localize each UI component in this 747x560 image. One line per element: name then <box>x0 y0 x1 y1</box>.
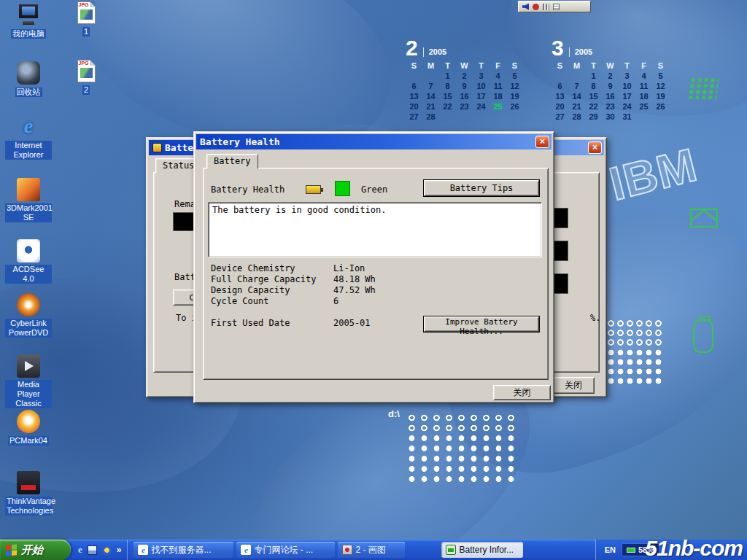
calendar-cell: 9 <box>456 81 473 91</box>
calendar-cell: 17 <box>473 91 489 101</box>
calendar-cell <box>568 71 585 81</box>
jpg-file-icon: JPG <box>77 60 96 82</box>
ie-icon: e <box>138 545 148 555</box>
calendar-cell: 31 <box>619 112 635 122</box>
3dmark-icon <box>17 178 40 201</box>
quick-launch-bar: e » <box>71 540 128 560</box>
taskbar-button-server-not-found[interactable]: e 找不到服务器... <box>133 542 233 558</box>
calendar-cell: 24 <box>619 101 635 112</box>
first-used-value: 2005-01 <box>333 318 371 328</box>
desktop-icon-3dmark2001[interactable]: 3DMark2001 SE <box>4 178 53 223</box>
calendar-cell: 26 <box>652 101 669 112</box>
calendar-cell: 28 <box>568 112 585 122</box>
keyboard-light-icon[interactable] <box>543 4 549 10</box>
desktop-icon-label: ACDSee 4.0 <box>5 265 52 284</box>
notes-icon[interactable] <box>553 4 560 10</box>
image-thumbnail <box>80 9 93 20</box>
internet-explorer-icon: e <box>17 115 40 139</box>
display-icon[interactable] <box>533 4 539 10</box>
calendar-cell: 21 <box>422 101 439 112</box>
battery-tips-button[interactable]: Battery Tips <box>424 180 539 196</box>
language-indicator[interactable]: EN <box>605 545 616 554</box>
media-player-classic-icon <box>17 354 40 378</box>
start-button[interactable]: 开始 <box>0 540 71 560</box>
calendar-cell: 14 <box>568 91 585 101</box>
calendar-cell: 19 <box>506 91 523 101</box>
calendar-cell: 3 <box>619 71 635 81</box>
desktop-icon-acdsee[interactable]: ACDSee 4.0 <box>4 239 53 284</box>
quick-launch-ie-icon[interactable]: e <box>78 544 82 556</box>
desktop-file-jpg-2[interactable]: JPG 2 <box>69 60 104 96</box>
health-status-color-swatch <box>335 181 350 196</box>
improve-battery-health-button[interactable]: Improve Battery Health... <box>424 316 539 332</box>
calendar-cell <box>456 112 473 122</box>
calendar-month-number: 2 <box>406 38 418 58</box>
desktop-icon-label: PCMark04 <box>8 436 49 446</box>
desktop-icon-media-player-classic[interactable]: Media Player Classic <box>4 354 53 409</box>
calendar-cell: 16 <box>456 91 473 101</box>
calendar-cell <box>489 112 506 122</box>
calendar-cell: 2 <box>602 71 619 81</box>
quick-launch-expand-chevron[interactable]: » <box>117 545 122 555</box>
desktop-icon-label: 3DMark2001 SE <box>5 203 52 222</box>
battery-tab-panel: Battery Health Green Battery Tips The ba… <box>203 168 549 380</box>
desktop-icon-recycle-bin[interactable]: 回收站 <box>4 61 53 98</box>
calendar-cell <box>506 112 523 122</box>
calendar-cell: 16 <box>602 91 619 101</box>
tab-battery[interactable]: Battery <box>206 154 258 169</box>
calendar-cell: 12 <box>652 81 669 91</box>
media-player-icon[interactable] <box>102 545 112 555</box>
desktop-icon-powerdvd[interactable]: CyberLink PowerDVD <box>4 293 53 338</box>
calendar-cell: 26 <box>506 101 523 112</box>
calendar-march: 3 2005 SMTWTFS12345678910111213141516171… <box>551 38 669 122</box>
desktop-icon-thinkvantage[interactable]: ThinkVantage Technologies <box>4 471 53 516</box>
desktop-file-jpg-1[interactable]: JPG 1 <box>69 1 104 37</box>
show-desktop-icon[interactable] <box>88 545 97 555</box>
desktop-icon-pcmark04[interactable]: PCMark04 <box>4 410 53 446</box>
calendar-cell: 20 <box>406 101 422 112</box>
desktop-icon-internet-explorer[interactable]: e Internet Explorer <box>4 115 53 160</box>
calendar-cell: 3 <box>473 71 489 81</box>
desktop-icon-my-computer[interactable]: 我的电脑 <box>4 3 53 39</box>
battery-icon <box>446 545 456 555</box>
taskbar-button-forum[interactable]: e 专门网论坛 - ... <box>236 542 335 558</box>
taskbar-button-battery-information[interactable]: Battery Infor... <box>441 542 523 558</box>
calendar-cell: 8 <box>585 81 602 91</box>
battery-health-label: Battery Health <box>211 184 285 195</box>
calendar-grid: SMTWTFS123456789101112131415161718192021… <box>406 61 523 122</box>
calendar-cell: 13 <box>406 91 422 101</box>
field-value: 6 <box>333 296 338 306</box>
window-title: Batte <box>165 142 193 153</box>
close-icon[interactable]: × <box>588 141 602 154</box>
battery-gauge <box>552 273 568 294</box>
calendar-cell: 22 <box>585 101 602 112</box>
dot-grid <box>406 413 518 433</box>
calendar-cell: 18 <box>489 91 506 101</box>
battery-gauge <box>552 208 568 228</box>
close-button[interactable]: 关闭 <box>552 377 595 394</box>
condition-textbox[interactable]: The battery is in good condition. <box>208 202 542 257</box>
calendar-cell: 23 <box>602 101 619 112</box>
battery-icon <box>627 548 635 553</box>
calendar-cell: F <box>635 61 652 71</box>
taskbar-button-paint[interactable]: 2 - 画图 <box>338 542 405 558</box>
calendar-cell: 6 <box>551 81 568 91</box>
calendar-cell: 19 <box>652 91 669 101</box>
desktop-icon-label: Internet Explorer <box>5 141 52 160</box>
dialog-titlebar[interactable]: Battery Health × <box>196 134 551 149</box>
calendar-cell: 25 <box>489 101 506 112</box>
battery-small-icon <box>306 185 321 194</box>
start-label: 开始 <box>21 543 43 557</box>
calendar-cell: F <box>489 61 506 71</box>
calendar-cell <box>439 112 456 122</box>
close-icon[interactable]: × <box>535 136 549 148</box>
ie-icon: e <box>241 545 251 555</box>
calendar-cell: 15 <box>439 91 456 101</box>
close-button[interactable]: 关闭 <box>493 385 551 400</box>
volume-icon[interactable] <box>522 4 529 10</box>
task-label: 专门网论坛 - ... <box>254 544 313 556</box>
calendar-cell: 12 <box>506 81 523 91</box>
field-label: Full Charge Capacity <box>211 274 317 284</box>
file-label: 1 <box>82 27 90 36</box>
calendar-year: 2005 <box>423 47 446 57</box>
